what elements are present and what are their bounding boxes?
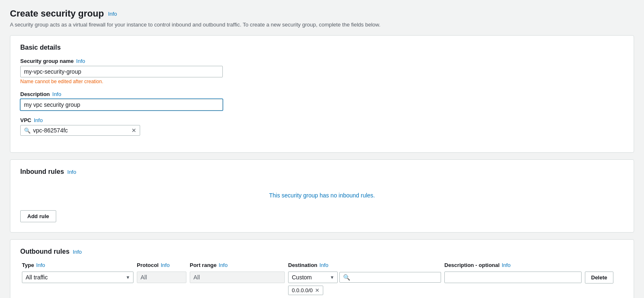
vpc-search-wrapper: 🔍 ✕: [20, 125, 140, 136]
sg-name-label: Security group name Info: [20, 58, 223, 64]
vpc-label: VPC Info: [20, 117, 624, 123]
sg-name-input[interactable]: [20, 66, 223, 77]
basic-details-title: Basic details: [20, 44, 61, 51]
page-description: A security group acts as a virtual firew…: [10, 22, 634, 28]
col-description-info[interactable]: Info: [502, 262, 511, 268]
col-destination-info[interactable]: Info: [320, 262, 329, 268]
col-header-destination: Destination Info: [288, 262, 441, 268]
cidr-remove-icon[interactable]: ✕: [315, 287, 320, 293]
sg-name-info-link[interactable]: Info: [76, 58, 85, 64]
type-select[interactable]: All traffic: [22, 272, 134, 283]
col-header-description: Description - optional Info: [444, 262, 582, 268]
col-header-protocol: Protocol Info: [137, 262, 186, 268]
vpc-field-group: VPC Info 🔍 ✕: [20, 117, 624, 136]
outbound-rules-info-link[interactable]: Info: [73, 249, 82, 255]
page-title: Create security group Info: [10, 8, 634, 19]
inbound-rules-title: Inbound rules: [20, 168, 64, 175]
inbound-no-rules-msg: This security group has no inbound rules…: [20, 182, 624, 207]
col-protocol-info[interactable]: Info: [161, 262, 170, 268]
description-cell: [444, 272, 582, 283]
basic-details-header: Basic details: [20, 44, 624, 51]
protocol-cell: All: [137, 272, 186, 283]
cidr-tag: 0.0.0.0/0 ✕: [288, 286, 323, 295]
outbound-rules-title: Outbound rules: [20, 248, 69, 255]
description-info-link[interactable]: Info: [52, 91, 62, 97]
protocol-readonly: All: [137, 272, 186, 283]
vpc-search-icon: 🔍: [24, 127, 31, 134]
inbound-rules-info-link[interactable]: Info: [67, 169, 76, 175]
inbound-add-rule-button[interactable]: Add rule: [20, 210, 56, 222]
destination-type-select[interactable]: Custom: [288, 272, 338, 283]
vpc-info-link[interactable]: Info: [34, 117, 43, 123]
col-header-type: Type Info: [22, 262, 134, 268]
inbound-rules-section: Inbound rules Info This security group h…: [10, 159, 634, 233]
vpc-search-input[interactable]: [33, 127, 129, 134]
port-range-cell: All: [190, 272, 285, 283]
delete-button[interactable]: Delete: [585, 272, 613, 284]
description-input[interactable]: [20, 99, 223, 111]
outbound-table-row: All traffic ▼ All All Custom ▼ �: [20, 272, 624, 295]
outbound-description-input[interactable]: [444, 272, 582, 283]
description-field-group: Description Info: [20, 91, 223, 111]
port-range-readonly: All: [190, 272, 285, 283]
basic-details-section: Basic details Security group name Info N…: [10, 35, 634, 153]
vpc-clear-icon[interactable]: ✕: [131, 127, 136, 133]
col-type-info[interactable]: Info: [36, 262, 45, 268]
col-header-port-range: Port range Info: [190, 262, 285, 268]
destination-search-input[interactable]: [353, 274, 437, 281]
outbound-table-headers: Type Info Protocol Info Port range Info …: [20, 262, 624, 268]
sg-name-hint: Name cannot be edited after creation.: [20, 79, 223, 84]
page-info-link[interactable]: Info: [108, 11, 117, 17]
page-title-text: Create security group: [10, 8, 104, 19]
delete-cell: Delete: [585, 272, 622, 284]
destination-type-select-wrapper: Custom ▼: [288, 272, 338, 283]
col-port-range-info[interactable]: Info: [219, 262, 228, 268]
type-select-wrapper: All traffic ▼: [22, 272, 134, 283]
description-label: Description Info: [20, 91, 223, 97]
cidr-tag-container: 0.0.0.0/0 ✕: [288, 286, 441, 295]
inbound-rules-header: Inbound rules Info: [20, 168, 624, 175]
destination-search-icon: 🔍: [343, 274, 350, 281]
outbound-rules-header: Outbound rules Info: [20, 248, 624, 255]
outbound-rules-section: Outbound rules Info Type Info Protocol I…: [10, 239, 634, 298]
destination-cell: Custom ▼ 🔍 0.0.0.0/0 ✕: [288, 272, 441, 295]
sg-name-field-group: Security group name Info Name cannot be …: [20, 58, 223, 84]
cidr-value: 0.0.0.0/0: [292, 287, 313, 293]
destination-search-wrapper: 🔍: [339, 272, 441, 283]
destination-search-row: Custom ▼ 🔍: [288, 272, 441, 283]
